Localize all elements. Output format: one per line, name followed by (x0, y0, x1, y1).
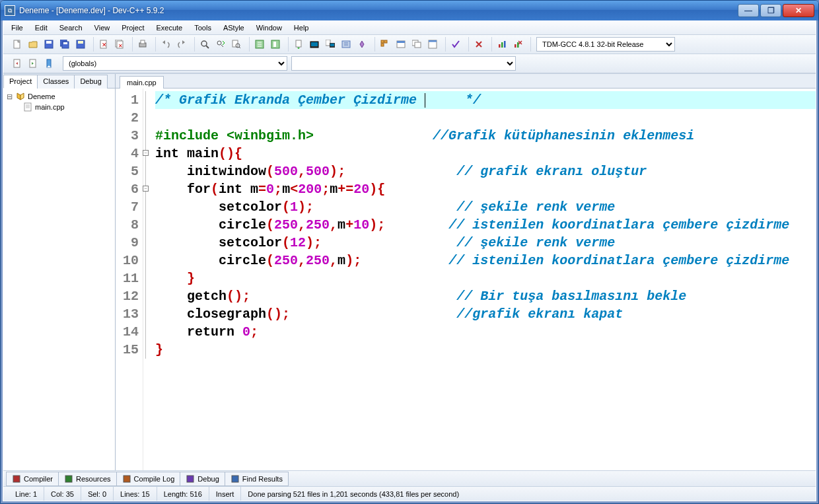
save-all-icon[interactable] (57, 37, 72, 52)
tab-icon (186, 474, 195, 484)
compile-icon[interactable] (291, 37, 306, 52)
menu-file[interactable]: File (6, 22, 28, 33)
window-title: Deneme - [Deneme.dev] - Dev-C++ 5.9.2 (19, 6, 738, 15)
find-in-files-icon[interactable] (229, 37, 244, 52)
code-line[interactable]: closegraph(); //grafik ekranı kapat (155, 305, 816, 323)
clear-icon[interactable] (472, 37, 486, 52)
maximize-button[interactable]: ❐ (760, 4, 781, 17)
debug-icon[interactable] (355, 37, 369, 52)
code-line[interactable]: int main(){ (155, 145, 816, 162)
code-line[interactable]: circle(250,250,m); // istenilen koordina… (155, 252, 816, 270)
close-all-icon[interactable]: ✕ (112, 37, 127, 52)
goto-back-icon[interactable] (10, 56, 24, 71)
svg-point-17 (217, 41, 221, 45)
output-tab-debug[interactable]: Debug (180, 472, 225, 486)
bookmark-icon[interactable] (42, 56, 56, 71)
class-scope-select[interactable]: (globals) (63, 56, 287, 71)
output-tab-compiler[interactable]: Compiler (6, 472, 59, 486)
rebuild-icon[interactable] (339, 37, 353, 52)
fullscreen-icon[interactable] (425, 37, 440, 52)
fold-icon[interactable]: − (143, 186, 149, 192)
menu-search[interactable]: Search (54, 22, 88, 33)
output-tab-compile-log[interactable]: Compile Log (116, 472, 181, 486)
editor-gutter[interactable]: 1234−56−789101112131415 (116, 89, 143, 470)
goto-line-icon[interactable] (252, 37, 267, 52)
toggle-bookmark-icon[interactable] (268, 37, 283, 52)
toolbar-navigate: (globals) (3, 54, 816, 73)
window-list-icon[interactable] (410, 37, 424, 52)
fold-icon[interactable]: − (143, 150, 149, 156)
menu-tools[interactable]: Tools (189, 22, 217, 33)
svg-rect-24 (296, 40, 301, 47)
check-icon[interactable] (448, 37, 463, 52)
minimize-button[interactable]: — (738, 4, 759, 17)
undo-icon[interactable] (159, 37, 173, 52)
compiler-select[interactable]: TDM-GCC 4.8.1 32-bit Release (536, 37, 675, 52)
tree-collapse-icon[interactable]: ⊟ (6, 92, 13, 101)
svg-rect-37 (415, 42, 421, 48)
menu-window[interactable]: Window (251, 22, 287, 33)
tab-label: Compiler (24, 475, 53, 483)
code-line[interactable] (155, 109, 816, 127)
left-tab-project[interactable]: Project (3, 75, 38, 89)
menu-execute[interactable]: Execute (151, 22, 188, 33)
save-icon[interactable] (42, 37, 56, 52)
replace-icon[interactable] (213, 37, 228, 52)
close-button[interactable]: ✕ (783, 4, 814, 17)
svg-line-16 (206, 46, 209, 48)
print-icon[interactable] (135, 37, 150, 52)
svg-rect-53 (232, 476, 238, 482)
new-window-icon[interactable] (394, 37, 408, 52)
title-bar[interactable]: ⧉ Deneme - [Deneme.dev] - Dev-C++ 5.9.2 … (1, 1, 818, 20)
code-line[interactable]: return 0; (155, 323, 816, 341)
editor-tab-main[interactable]: main.cpp (120, 76, 164, 89)
menu-edit[interactable]: Edit (30, 22, 53, 33)
file-icon (23, 102, 32, 112)
code-line[interactable]: } (155, 270, 816, 287)
code-line[interactable]: setcolor(12); // şekile renk verme (155, 234, 816, 252)
output-tab-find-results[interactable]: Find Results (225, 472, 289, 486)
left-tab-debug[interactable]: Debug (74, 75, 107, 89)
output-tab-resources[interactable]: Resources (58, 472, 117, 486)
menu-bar: FileEditSearchViewProjectExecuteToolsASt… (3, 20, 816, 35)
svg-rect-41 (501, 42, 503, 48)
tree-file-node[interactable]: main.cpp (5, 102, 114, 112)
code-line[interactable]: initwindow(500,500); // grafik ekranı ol… (155, 162, 816, 180)
code-line[interactable]: setcolor(1); // şekile renk verme (155, 198, 816, 216)
menu-astyle[interactable]: AStyle (218, 22, 250, 33)
code-line[interactable]: /* Grafik Ekranda Çember Çizdirme */ (155, 91, 816, 109)
code-line[interactable]: for(int m=0;m<200;m+=20){ (155, 180, 816, 198)
new-file-icon[interactable] (10, 37, 24, 52)
compile-run-icon[interactable] (323, 37, 338, 52)
tab-icon (231, 474, 240, 484)
tab-icon (64, 474, 73, 484)
tree-project-node[interactable]: ⊟ Deneme (5, 91, 114, 102)
delete-chart-icon[interactable] (511, 37, 525, 52)
find-icon[interactable] (197, 37, 212, 52)
redo-icon[interactable] (174, 37, 189, 52)
chart-icon[interactable] (495, 37, 509, 52)
function-select[interactable] (291, 56, 516, 71)
menu-view[interactable]: View (89, 22, 116, 33)
code-line[interactable]: getch(); // Bir tuşa basılmasını bekle (155, 287, 816, 305)
code-editor[interactable]: 1234−56−789101112131415 /* Grafik Ekrand… (116, 89, 816, 470)
menu-help[interactable]: Help (289, 22, 314, 33)
status-line: Line: 1 (9, 487, 44, 501)
profile-icon[interactable] (378, 37, 392, 52)
code-line[interactable]: #include <winbgim.h> //Grafik kütüphanes… (155, 127, 816, 145)
menu-project[interactable]: Project (116, 22, 149, 33)
svg-rect-44 (517, 42, 519, 48)
code-line[interactable]: circle(250,250,m+10); // istenilen koord… (155, 216, 816, 234)
svg-point-15 (201, 41, 207, 46)
run-icon[interactable] (307, 37, 322, 52)
code-line[interactable]: } (155, 341, 816, 359)
goto-forward-icon[interactable] (26, 56, 40, 71)
left-tab-classes[interactable]: Classes (37, 75, 75, 89)
project-icon (16, 92, 25, 101)
editor-tabs: main.cpp (116, 74, 816, 89)
project-tree[interactable]: ⊟ Deneme main.cpp (3, 89, 115, 470)
close-file-icon[interactable]: ✕ (96, 37, 111, 52)
editor-code[interactable]: /* Grafik Ekranda Çember Çizdirme */#inc… (143, 89, 816, 470)
save-project-icon[interactable] (73, 37, 88, 52)
open-file-icon[interactable] (26, 37, 40, 52)
